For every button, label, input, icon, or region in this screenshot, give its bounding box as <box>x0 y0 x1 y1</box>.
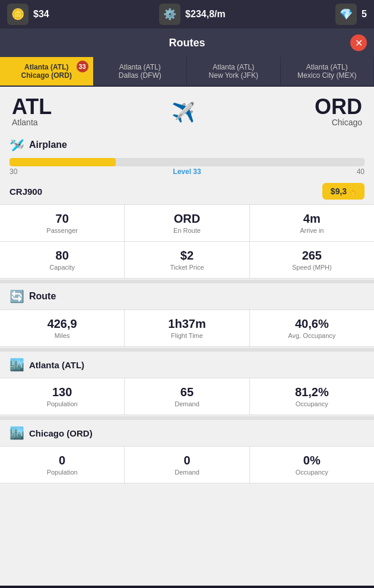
stat-ord-demand: 0 Demand <box>125 447 249 483</box>
tab-atl-mex[interactable]: Atlanta (ATL)Mexico City (MEX) <box>281 57 375 86</box>
route-airports: ATL Atlanta ✈️ ORD Chicago <box>0 87 374 132</box>
stat-avgoccupancy-label: Avg. Occupancy <box>255 332 369 339</box>
tab-row: Atlanta (ATL)Chicago (ORD) 33 Atlanta (A… <box>0 57 374 87</box>
stat-ticketprice-value: $2 <box>129 249 244 263</box>
city-atl-icon: 🏙️ <box>9 358 24 372</box>
stat-atl-occupancy-label: Occupancy <box>255 400 369 407</box>
stat-ord-occupancy: 0% Occupancy <box>250 447 374 483</box>
stat-ord-population: 0 Population <box>0 447 124 483</box>
stat-ord-demand-value: 0 <box>129 454 244 467</box>
progress-max: 40 <box>357 167 365 176</box>
flight-stats-grid: 70 Passenger ORD En Route 4m Arrive in 8… <box>0 204 374 279</box>
stat-flighttime-value: 1h37m <box>129 317 244 331</box>
stat-miles: 426,9 Miles <box>0 310 124 346</box>
city-ord-header: 🏙️ Chicago (ORD) <box>0 420 374 446</box>
stat-passenger: 70 Passenger <box>0 205 124 241</box>
aircraft-row: CRJ900 $9,3 👆 <box>0 178 374 204</box>
stat-enroute-label: En Route <box>129 227 244 234</box>
money-value: $34 <box>33 9 49 20</box>
money-icon: 🪙 <box>7 4 28 25</box>
stat-avgoccupancy-value: 40,6% <box>255 317 369 331</box>
tab-atl-mex-label: Atlanta (ATL)Mexico City (MEX) <box>297 63 356 80</box>
route-stats-grid: 426,9 Miles 1h37m Flight Time 40,6% Avg.… <box>0 309 374 347</box>
stat-miles-label: Miles <box>5 332 119 339</box>
close-button[interactable]: ✕ <box>350 34 367 51</box>
stat-ord-population-label: Population <box>5 469 119 476</box>
stat-ord-occupancy-value: 0% <box>255 454 369 467</box>
city-atl-stats-grid: 130 Population 65 Demand 81,2% Occupancy <box>0 378 374 415</box>
stat-atl-demand-value: 65 <box>129 385 244 399</box>
stat-passenger-label: Passenger <box>5 227 119 234</box>
progress-bar-fill <box>9 158 116 166</box>
tab-atl-jfk[interactable]: Atlanta (ATL)New York (JFK) <box>187 57 281 86</box>
stat-passenger-value: 70 <box>5 212 119 226</box>
diamond-value: 5 <box>362 9 367 20</box>
tab-atl-ord-badge: 33 <box>77 61 88 72</box>
money-display: 🪙 $34 <box>7 4 49 25</box>
origin-code: ATL <box>12 96 52 118</box>
stat-ticketprice-label: Ticket Price <box>129 264 244 271</box>
stat-ord-occupancy-label: Occupancy <box>255 469 369 476</box>
airplane-section-header: 🛩️ Airplane <box>0 132 374 158</box>
progress-bar-bg <box>9 158 365 166</box>
stat-capacity-label: Capacity <box>5 264 119 271</box>
tab-atl-ord-label: Atlanta (ATL)Chicago (ORD) <box>21 63 72 80</box>
routes-title: Routes <box>169 37 205 49</box>
stat-atl-population-label: Population <box>5 400 119 407</box>
stat-atl-occupancy-value: 81,2% <box>255 385 369 399</box>
route-section-header: 🔄 Route <box>0 283 374 309</box>
stat-miles-value: 426,9 <box>5 317 119 331</box>
city-ord-stats-grid: 0 Population 0 Demand 0% Occupancy <box>0 446 374 483</box>
stat-arrivein-value: 4m <box>255 212 369 226</box>
tab-atl-ord[interactable]: Atlanta (ATL)Chicago (ORD) 33 <box>0 57 94 86</box>
stat-arrivein-label: Arrive in <box>255 227 369 234</box>
stat-atl-population-value: 130 <box>5 385 119 399</box>
stat-ord-demand-label: Demand <box>129 469 244 476</box>
stat-atl-demand-label: Demand <box>129 400 244 407</box>
destination-code: ORD <box>315 96 362 118</box>
city-atl-title: Atlanta (ATL) <box>29 360 84 370</box>
routes-header: Routes ✕ <box>0 29 374 57</box>
stat-atl-population: 130 Population <box>0 378 124 415</box>
route-section-icon: 🔄 <box>9 289 24 304</box>
destination-airport: ORD Chicago <box>315 96 362 127</box>
city-ord-title: Chicago (ORD) <box>29 428 93 438</box>
destination-name: Chicago <box>315 118 362 127</box>
aircraft-price-button[interactable]: $9,3 👆 <box>322 183 365 200</box>
stat-enroute-value: ORD <box>129 212 244 226</box>
status-bar: 🪙 $34 ⚙️ $234,8/m 💎 5 <box>0 0 374 29</box>
plane-icon: ✈️ <box>172 101 195 124</box>
city-ord-icon: 🏙️ <box>9 426 24 440</box>
route-section-title: Route <box>29 291 56 302</box>
cursor-icon: 👆 <box>349 189 356 195</box>
aircraft-name: CRJ900 <box>9 186 42 197</box>
tab-atl-dfw[interactable]: Atlanta (ATL)Dallas (DFW) <box>94 57 188 86</box>
close-icon: ✕ <box>355 37 363 49</box>
stat-ticketprice: $2 Ticket Price <box>125 242 249 278</box>
progress-labels: 30 Level 33 40 <box>9 167 365 176</box>
diamond-display: 💎 5 <box>335 4 367 25</box>
airplane-section-icon: 🛩️ <box>9 138 24 152</box>
airplane-section-title: Airplane <box>29 140 67 150</box>
tab-atl-dfw-label: Atlanta (ATL)Dallas (DFW) <box>119 63 161 80</box>
diamond-icon: 💎 <box>335 4 357 25</box>
income-value: $234,8/m <box>185 9 226 20</box>
aircraft-price-value: $9,3 <box>331 186 347 196</box>
origin-airport: ATL Atlanta <box>12 96 52 127</box>
stat-avgoccupancy: 40,6% Avg. Occupancy <box>250 310 374 346</box>
tab-atl-jfk-label: Atlanta (ATL)New York (JFK) <box>209 63 258 80</box>
stat-speed-value: 265 <box>255 249 369 263</box>
stat-speed: 265 Speed (MPH) <box>250 242 374 278</box>
stat-atl-demand: 65 Demand <box>125 378 249 415</box>
settings-icon[interactable]: ⚙️ <box>159 4 180 25</box>
stat-arrivein: 4m Arrive in <box>250 205 374 241</box>
city-atl-header: 🏙️ Atlanta (ATL) <box>0 352 374 378</box>
origin-name: Atlanta <box>12 118 52 127</box>
stat-flighttime-label: Flight Time <box>129 332 244 339</box>
main-content: ATL Atlanta ✈️ ORD Chicago 🛩️ Airplane 3… <box>0 87 374 586</box>
progress-area: 30 Level 33 40 <box>0 158 374 178</box>
stat-flighttime: 1h37m Flight Time <box>125 310 249 346</box>
stat-ord-population-value: 0 <box>5 454 119 467</box>
stat-enroute: ORD En Route <box>125 205 249 241</box>
stat-speed-label: Speed (MPH) <box>255 264 369 271</box>
